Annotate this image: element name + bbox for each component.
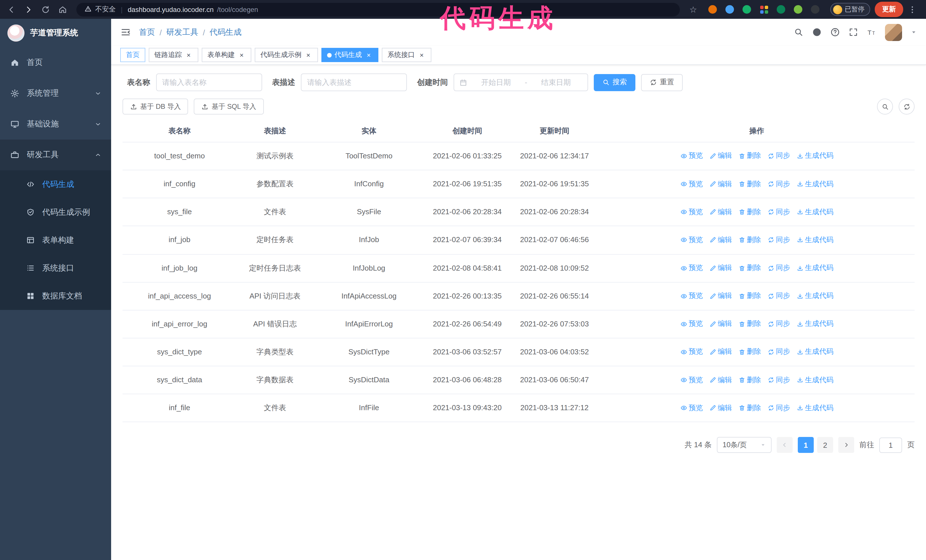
update-button[interactable]: 更新 bbox=[875, 2, 903, 17]
action-delete-link[interactable]: 删除 bbox=[738, 374, 761, 386]
action-delete-link[interactable]: 删除 bbox=[738, 318, 761, 329]
tag-view[interactable]: 代码生成× bbox=[321, 48, 378, 62]
sidebar-item[interactable]: 研发工具 bbox=[0, 140, 111, 171]
tag-view[interactable]: 首页 bbox=[120, 48, 145, 62]
action-edit-link[interactable]: 编辑 bbox=[709, 318, 732, 329]
action-delete-link[interactable]: 删除 bbox=[738, 179, 761, 190]
reset-button[interactable]: 重置 bbox=[641, 74, 683, 91]
sidebar-subitem[interactable]: 代码生成 bbox=[0, 171, 111, 198]
action-eye-link[interactable]: 预览 bbox=[680, 374, 703, 386]
close-icon[interactable]: × bbox=[185, 51, 193, 59]
table-name-input[interactable] bbox=[156, 74, 262, 91]
sql-import-button[interactable]: 基于 SQL 导入 bbox=[194, 98, 263, 115]
user-avatar[interactable] bbox=[885, 24, 902, 41]
action-eye-link[interactable]: 预览 bbox=[680, 235, 703, 246]
sidebar-subitem[interactable]: 数据库文档 bbox=[0, 282, 111, 310]
close-icon[interactable]: × bbox=[238, 51, 246, 59]
search-icon[interactable] bbox=[794, 27, 803, 37]
action-delete-link[interactable]: 删除 bbox=[738, 207, 761, 217]
breadcrumb-item[interactable]: 代码生成 bbox=[210, 27, 242, 37]
action-eye-link[interactable]: 预览 bbox=[680, 207, 703, 217]
action-download-link[interactable]: 生成代码 bbox=[796, 374, 834, 386]
action-download-link[interactable]: 生成代码 bbox=[796, 151, 834, 162]
extension-icon[interactable] bbox=[706, 3, 719, 16]
action-sync-link[interactable]: 同步 bbox=[767, 151, 790, 162]
page-button[interactable]: 1 bbox=[798, 437, 814, 453]
action-edit-link[interactable]: 编辑 bbox=[709, 263, 732, 274]
tag-view[interactable]: 链路追踪× bbox=[149, 48, 198, 62]
action-delete-link[interactable]: 删除 bbox=[738, 403, 761, 414]
action-edit-link[interactable]: 编辑 bbox=[709, 207, 732, 217]
tag-view[interactable]: 表单构建× bbox=[202, 48, 251, 62]
page-size-select[interactable]: 10条/页 bbox=[717, 437, 772, 453]
breadcrumb-item[interactable]: 研发工具 bbox=[166, 27, 198, 37]
sidebar-subitem[interactable]: 系统接口 bbox=[0, 254, 111, 282]
paused-badge[interactable]: 已暂停 bbox=[830, 3, 870, 16]
sidebar-subitem[interactable]: 代码生成示例 bbox=[0, 198, 111, 226]
action-sync-link[interactable]: 同步 bbox=[767, 235, 790, 246]
action-sync-link[interactable]: 同步 bbox=[767, 179, 790, 190]
extension-icon[interactable] bbox=[740, 3, 754, 16]
action-download-link[interactable]: 生成代码 bbox=[796, 291, 834, 302]
prev-page-button[interactable] bbox=[777, 437, 793, 453]
action-delete-link[interactable]: 删除 bbox=[738, 235, 761, 246]
action-download-link[interactable]: 生成代码 bbox=[796, 347, 834, 358]
action-edit-link[interactable]: 编辑 bbox=[709, 235, 732, 246]
table-desc-input[interactable] bbox=[301, 74, 407, 91]
help-icon[interactable] bbox=[830, 27, 840, 37]
action-download-link[interactable]: 生成代码 bbox=[796, 263, 834, 274]
action-eye-link[interactable]: 预览 bbox=[680, 291, 703, 302]
bookmark-star-icon[interactable]: ☆ bbox=[685, 2, 701, 17]
sidebar-fold-button[interactable] bbox=[120, 27, 131, 38]
extension-icon[interactable] bbox=[774, 3, 788, 16]
action-delete-link[interactable]: 删除 bbox=[738, 291, 761, 302]
font-size-icon[interactable]: TT bbox=[867, 27, 876, 37]
extension-icon[interactable] bbox=[808, 3, 822, 16]
action-download-link[interactable]: 生成代码 bbox=[796, 207, 834, 217]
fullscreen-icon[interactable] bbox=[849, 27, 858, 37]
action-edit-link[interactable]: 编辑 bbox=[709, 374, 732, 386]
action-eye-link[interactable]: 预览 bbox=[680, 179, 703, 190]
action-eye-link[interactable]: 预览 bbox=[680, 403, 703, 414]
action-eye-link[interactable]: 预览 bbox=[680, 318, 703, 329]
extension-icon[interactable] bbox=[757, 3, 771, 16]
date-range-picker[interactable]: 开始日期 - 结束日期 bbox=[454, 74, 588, 91]
address-bar[interactable]: 不安全 | dashboard.yudao.iocoder.cn/tool/co… bbox=[76, 3, 679, 16]
action-sync-link[interactable]: 同步 bbox=[767, 347, 790, 358]
menu-dots-icon[interactable] bbox=[904, 2, 920, 17]
tag-view[interactable]: 代码生成示例× bbox=[255, 48, 318, 62]
sidebar-item[interactable]: 首页 bbox=[0, 47, 111, 78]
action-edit-link[interactable]: 编辑 bbox=[709, 347, 732, 358]
action-delete-link[interactable]: 删除 bbox=[738, 263, 761, 274]
action-download-link[interactable]: 生成代码 bbox=[796, 403, 834, 414]
close-icon[interactable]: × bbox=[418, 51, 426, 59]
action-sync-link[interactable]: 同步 bbox=[767, 318, 790, 329]
action-edit-link[interactable]: 编辑 bbox=[709, 151, 732, 162]
extension-icon[interactable] bbox=[791, 3, 805, 16]
reload-button[interactable] bbox=[38, 2, 54, 17]
github-icon[interactable] bbox=[812, 27, 822, 37]
db-import-button[interactable]: 基于 DB 导入 bbox=[123, 98, 188, 115]
action-delete-link[interactable]: 删除 bbox=[738, 347, 761, 358]
extension-icon[interactable] bbox=[723, 3, 737, 16]
home-button[interactable] bbox=[55, 2, 71, 17]
action-eye-link[interactable]: 预览 bbox=[680, 263, 703, 274]
sidebar-item[interactable]: 基础设施 bbox=[0, 109, 111, 140]
action-edit-link[interactable]: 编辑 bbox=[709, 179, 732, 190]
action-download-link[interactable]: 生成代码 bbox=[796, 318, 834, 329]
page-button[interactable]: 2 bbox=[817, 437, 833, 453]
chevron-down-icon[interactable] bbox=[911, 29, 917, 35]
action-download-link[interactable]: 生成代码 bbox=[796, 235, 834, 246]
action-delete-link[interactable]: 删除 bbox=[738, 151, 761, 162]
goto-page-input[interactable] bbox=[879, 438, 902, 453]
action-edit-link[interactable]: 编辑 bbox=[709, 403, 732, 414]
back-button[interactable] bbox=[3, 2, 20, 17]
search-button[interactable]: 搜索 bbox=[594, 74, 635, 91]
action-eye-link[interactable]: 预览 bbox=[680, 151, 703, 162]
close-icon[interactable]: × bbox=[365, 51, 373, 59]
close-icon[interactable]: × bbox=[304, 51, 312, 59]
action-download-link[interactable]: 生成代码 bbox=[796, 179, 834, 190]
sidebar-item[interactable]: 系统管理 bbox=[0, 78, 111, 109]
breadcrumb-item[interactable]: 首页 bbox=[139, 27, 155, 37]
toggle-search-button[interactable] bbox=[877, 98, 893, 115]
